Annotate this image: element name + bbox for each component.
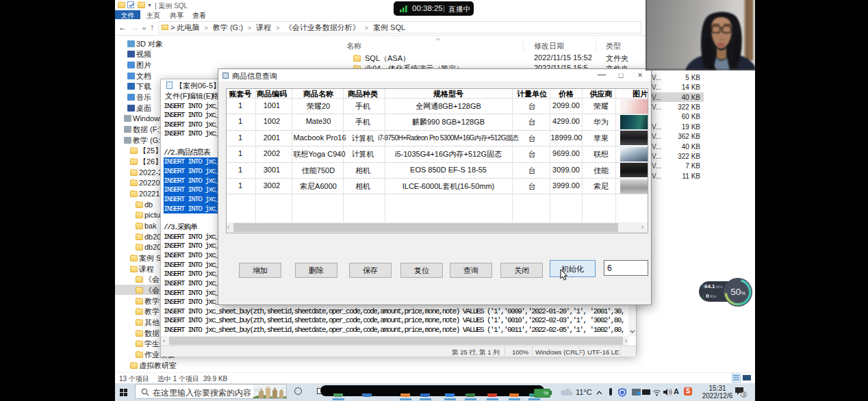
svg-text:3: 3	[743, 392, 745, 397]
